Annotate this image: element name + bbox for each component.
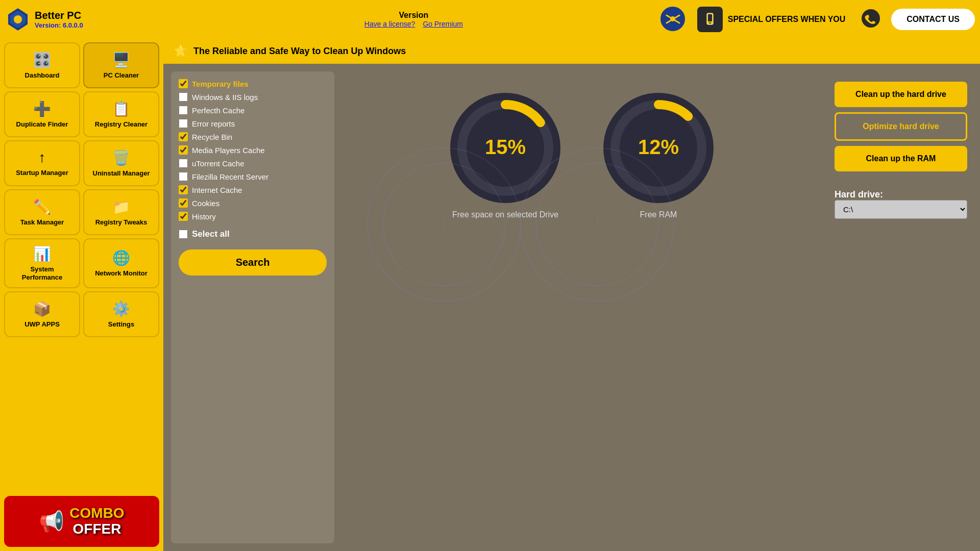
check-label-media-players-cache: Media Players Cache <box>192 146 265 155</box>
gauge-free-space: 15%Free space on selected Drive <box>449 92 561 219</box>
optimize-hard-drive-button[interactable]: Optimize hard drive <box>835 112 967 141</box>
sidebar-item-system-performance[interactable]: 📊 System Performance <box>4 238 80 288</box>
settings-label: Settings <box>108 320 134 329</box>
sidebar-item-network-monitor[interactable]: 🌐 Network Monitor <box>83 238 159 288</box>
check-item-recycle-bin[interactable]: Recycle Bin <box>179 132 327 141</box>
free-space-label: Free space on selected Drive <box>452 210 558 219</box>
pc-cleaner-icon: 🖥️ <box>112 52 130 68</box>
sidebar-row: 📊 System Performance 🌐 Network Monitor <box>4 238 159 288</box>
special-offers-area: SPECIAL OFFERS WHEN YOU <box>687 7 856 32</box>
sidebar-item-settings[interactable]: ⚙️ Settings <box>83 291 159 337</box>
clean-hard-drive-button[interactable]: Clean up the hard drive <box>835 82 967 107</box>
check-label-perfecth-cache: Perfecth Cache <box>192 106 244 115</box>
check-item-error-reports[interactable]: Error reports <box>179 119 327 128</box>
sidebar-row: ↑ Startup Manager 🗑️ Uninstall Manager <box>4 140 159 186</box>
check-item-media-players-cache[interactable]: Media Players Cache <box>179 145 327 155</box>
check-item-cookies[interactable]: Cookies <box>179 198 327 208</box>
version-label: Version <box>399 11 428 20</box>
checkbox-error-reports[interactable] <box>179 119 188 128</box>
app-version: Version: 6.0.0.0 <box>35 21 83 29</box>
checkbox-utorrent-cache[interactable] <box>179 159 188 168</box>
select-all-checkbox[interactable] <box>179 230 188 239</box>
select-all-row[interactable]: Select all <box>179 229 327 239</box>
checkbox-internet-cache[interactable] <box>179 185 188 194</box>
combo-text: COMBOOFFER <box>69 506 124 537</box>
checkbox-history[interactable] <box>179 212 188 221</box>
sidebar-item-uninstall-manager[interactable]: 🗑️ Uninstall Manager <box>83 140 159 186</box>
duplicate-finder-icon: ➕ <box>33 101 51 117</box>
network-monitor-label: Network Monitor <box>95 269 148 278</box>
sidebar-item-startup-manager[interactable]: ↑ Startup Manager <box>4 140 80 186</box>
sidebar-item-registry-tweaks[interactable]: 📁 Registry Tweaks <box>83 189 159 235</box>
combo-offer-banner[interactable]: 📢 COMBOOFFER <box>4 496 159 547</box>
check-item-temp-files[interactable]: Temporary files <box>179 79 327 88</box>
app-name: Better PC <box>35 10 83 21</box>
svg-point-10 <box>862 9 880 28</box>
check-item-utorrent-cache[interactable]: uTorrent Cache <box>179 159 327 168</box>
check-label-cookies: Cookies <box>192 199 219 208</box>
header-links[interactable]: Have a license? Go Premium <box>364 20 463 28</box>
checkbox-recycle-bin[interactable] <box>179 132 188 141</box>
logo-area: Better PC Version: 6.0.0.0 <box>5 7 168 32</box>
check-label-filezilla-recent-server: Filezilla Recent Server <box>192 172 268 181</box>
task-manager-label: Task Manager <box>20 218 64 227</box>
uwp-apps-icon: 📦 <box>33 300 51 317</box>
sidebar-item-pc-cleaner[interactable]: 🖥️ PC Cleaner <box>83 42 159 88</box>
settings-icon: ⚙️ <box>112 300 130 317</box>
svg-text:آ: آ <box>440 210 448 234</box>
topbar-title: The Reliable and Safe Way to Clean Up Wi… <box>193 46 406 57</box>
sidebar-row: 🎛️ Dashboard 🖥️ PC Cleaner <box>4 42 159 88</box>
phone-contact-icon <box>861 8 881 31</box>
checkbox-media-players-cache[interactable] <box>179 145 188 155</box>
uninstall-manager-icon: 🗑️ <box>112 149 130 166</box>
registry-cleaner-label: Registry Cleaner <box>95 120 148 129</box>
checkbox-perfecth-cache[interactable] <box>179 106 188 115</box>
combo-megaphone-icon: 📢 <box>39 510 64 534</box>
app-logo-icon <box>5 7 31 32</box>
check-item-history[interactable]: History <box>179 212 327 221</box>
premium-link[interactable]: Go Premium <box>423 20 463 28</box>
sidebar-row: 📦 UWP APPS ⚙️ Settings <box>4 291 159 337</box>
svg-point-9 <box>709 22 710 23</box>
sidebar-item-task-manager[interactable]: ✏️ Task Manager <box>4 189 80 235</box>
tools-icon <box>659 5 687 33</box>
gauges-row: 15%Free space on selected Drive12%Free R… <box>449 92 715 219</box>
free-ram-label: Free RAM <box>640 210 677 219</box>
check-item-perfecth-cache[interactable]: Perfecth Cache <box>179 106 327 115</box>
clean-ram-button[interactable]: Clean up the RAM <box>835 146 967 171</box>
registry-tweaks-label: Registry Tweaks <box>95 218 148 227</box>
registry-tweaks-icon: 📁 <box>112 198 130 215</box>
sidebar-item-uwp-apps[interactable]: 📦 UWP APPS <box>4 291 80 337</box>
checkbox-filezilla-recent-server[interactable] <box>179 172 188 181</box>
registry-cleaner-icon: 📋 <box>112 101 130 117</box>
main-layout: 🎛️ Dashboard 🖥️ PC Cleaner ➕ Duplicate F… <box>0 38 980 551</box>
check-item-internet-cache[interactable]: Internet Cache <box>179 185 327 194</box>
content-area: Temporary filesWindows & IIS logsPerfect… <box>163 64 980 551</box>
header-middle: Version Have a license? Go Premium <box>168 11 659 28</box>
sidebar: 🎛️ Dashboard 🖥️ PC Cleaner ➕ Duplicate F… <box>0 38 163 551</box>
search-button[interactable]: Search <box>179 249 327 276</box>
checkbox-windows-iis-logs[interactable] <box>179 92 188 102</box>
check-item-windows-iis-logs[interactable]: Windows & IIS logs <box>179 92 327 102</box>
sidebar-row: ➕ Duplicate Finder 📋 Registry Cleaner <box>4 91 159 137</box>
check-label-internet-cache: Internet Cache <box>192 186 242 194</box>
startup-manager-label: Startup Manager <box>16 169 68 177</box>
sidebar-row: ✏️ Task Manager 📁 Registry Tweaks <box>4 189 159 235</box>
dashboard-icon: 🎛️ <box>33 52 51 68</box>
drive-select[interactable]: C:\D:\E:\ <box>835 200 967 219</box>
license-link[interactable]: Have a license? <box>364 20 415 28</box>
checkbox-cookies[interactable] <box>179 198 188 208</box>
sidebar-item-duplicate-finder[interactable]: ➕ Duplicate Finder <box>4 91 80 137</box>
svg-rect-8 <box>708 14 712 21</box>
topbar-star-icon: ⭐ <box>174 44 187 58</box>
header: Better PC Version: 6.0.0.0 Version Have … <box>0 0 980 38</box>
check-item-filezilla-recent-server[interactable]: Filezilla Recent Server <box>179 172 327 181</box>
sidebar-item-dashboard[interactable]: 🎛️ Dashboard <box>4 42 80 88</box>
free-space-svg: 15% <box>449 92 561 204</box>
sidebar-item-registry-cleaner[interactable]: 📋 Registry Cleaner <box>83 91 159 137</box>
stats-panel: آ آ 15%Free space on selected Drive12%Fr… <box>342 71 822 543</box>
contact-us-button[interactable]: CONTACT US <box>891 9 975 30</box>
hard-drive-label: Hard drive: <box>835 189 967 200</box>
checkbox-temp-files[interactable] <box>179 79 188 88</box>
svg-point-2 <box>14 15 22 23</box>
